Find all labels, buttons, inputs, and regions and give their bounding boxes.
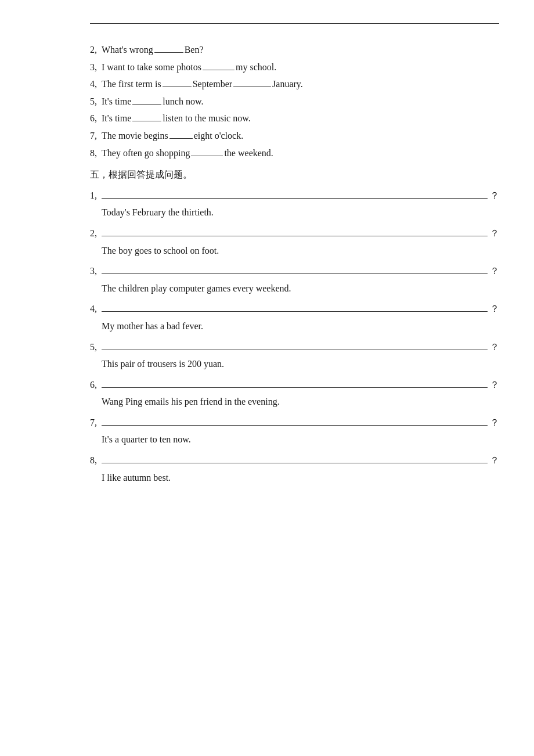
item-number: 8, [90, 452, 102, 469]
question-mark: ？ [490, 262, 499, 280]
qa-question-2: 2, ？ [90, 225, 499, 242]
qa-item-3: 3, ？ The children play computer games ev… [90, 262, 499, 297]
text-before: The first term is [102, 75, 161, 93]
qa-question-4: 4, ？ [90, 300, 499, 318]
top-divider [90, 23, 499, 24]
qa-item-8: 8, ？ I like autumn best. [90, 452, 499, 486]
qa-item-6: 6, ？ Wang Ping emails his pen friend in … [90, 376, 499, 411]
fill-item-8: 8, They often go shopping the weekend. [90, 145, 499, 162]
question-mark: ？ [490, 452, 499, 469]
text-before: The movie begins [102, 127, 168, 145]
answer-line[interactable] [102, 189, 488, 199]
text-before: What's wrong [102, 41, 153, 59]
qa-question-3: 3, ？ [90, 262, 499, 280]
answer-line[interactable] [102, 303, 488, 312]
item-number: 4, [90, 75, 102, 93]
qa-answer-7: It's a quarter to ten now. [90, 431, 499, 448]
question-mark: ？ [490, 187, 499, 204]
fill-item-3: 3, I want to take some photos my school. [90, 59, 499, 76]
item-number: 3, [90, 262, 102, 280]
text-after: lunch now. [163, 93, 203, 110]
qa-answer-6: Wang Ping emails his pen friend in the e… [90, 393, 499, 411]
qa-question-7: 7, ？ [90, 414, 499, 431]
text-after: listen to the music now. [163, 110, 250, 127]
question-mark: ？ [490, 376, 499, 394]
qa-item-1: 1, ？ Today's February the thirtieth. [90, 187, 499, 221]
item-number: 5, [90, 93, 102, 110]
blank-field[interactable] [132, 112, 161, 121]
qa-question-1: 1, ？ [90, 187, 499, 204]
fill-item-4: 4, The first term is September January. [90, 75, 499, 93]
text-after: eight o'clock. [194, 127, 244, 145]
text-after: the weekend. [224, 145, 273, 162]
answer-line[interactable] [102, 454, 488, 463]
qa-answer-8: I like autumn best. [90, 469, 499, 487]
qa-item-4: 4, ？ My mother has a bad fever. [90, 300, 499, 334]
qa-section: 1, ？ Today's February the thirtieth. 2, … [90, 187, 499, 487]
qa-answer-2: The boy goes to school on foot. [90, 242, 499, 260]
qa-item-2: 2, ？ The boy goes to school on foot. [90, 225, 499, 259]
text-after: Ben? [185, 41, 204, 59]
blank-field[interactable] [203, 61, 234, 70]
text-before: It's time [102, 93, 131, 110]
main-content: 2, What's wrong Ben? 3, I want to take s… [90, 41, 499, 486]
item-number: 8, [90, 145, 102, 162]
qa-question-8: 8, ？ [90, 452, 499, 469]
item-number: 4, [90, 300, 102, 318]
question-mark: ？ [490, 225, 499, 242]
blank-field[interactable] [132, 95, 161, 105]
text-mid: September [193, 75, 232, 93]
fill-item-7: 7, The movie begins eight o'clock. [90, 127, 499, 145]
fill-blanks-section: 2, What's wrong Ben? 3, I want to take s… [90, 41, 499, 161]
blank-field[interactable] [233, 78, 271, 87]
section-header: 五，根据回答提成问题。 [90, 166, 499, 183]
qa-answer-4: My mother has a bad fever. [90, 318, 499, 335]
item-number: 7, [90, 127, 102, 145]
blank-field[interactable] [169, 129, 193, 139]
fill-item-5: 5, It's time lunch now. [90, 93, 499, 110]
answer-line[interactable] [102, 379, 488, 388]
blank-field[interactable] [154, 44, 183, 53]
qa-question-5: 5, ？ [90, 339, 499, 356]
item-number: 3, [90, 59, 102, 76]
qa-item-7: 7, ？ It's a quarter to ten now. [90, 414, 499, 448]
item-number: 2, [90, 41, 102, 59]
qa-answer-3: The children play computer games every w… [90, 280, 499, 297]
text-after: January. [272, 75, 303, 93]
question-mark: ？ [490, 414, 499, 431]
item-number: 6, [90, 376, 102, 394]
question-mark: ？ [490, 300, 499, 318]
answer-line[interactable] [102, 227, 488, 236]
answer-line[interactable] [102, 416, 488, 426]
text-before: It's time [102, 110, 131, 127]
qa-answer-5: This pair of trousers is 200 yuan. [90, 355, 499, 373]
fill-item-2: 2, What's wrong Ben? [90, 41, 499, 59]
qa-question-6: 6, ？ [90, 376, 499, 394]
text-before: I want to take some photos [102, 59, 201, 76]
blank-field[interactable] [191, 147, 223, 156]
item-number: 2, [90, 225, 102, 242]
item-number: 6, [90, 110, 102, 127]
text-after: my school. [236, 59, 276, 76]
question-mark: ？ [490, 339, 499, 356]
item-number: 7, [90, 414, 102, 431]
item-number: 5, [90, 339, 102, 356]
answer-line[interactable] [102, 265, 488, 274]
qa-answer-1: Today's February the thirtieth. [90, 204, 499, 221]
answer-line[interactable] [102, 341, 488, 350]
qa-item-5: 5, ？ This pair of trousers is 200 yuan. [90, 339, 499, 373]
blank-field[interactable] [163, 78, 192, 87]
text-before: They often go shopping [102, 145, 190, 162]
fill-item-6: 6, It's time listen to the music now. [90, 110, 499, 127]
item-number: 1, [90, 187, 102, 204]
